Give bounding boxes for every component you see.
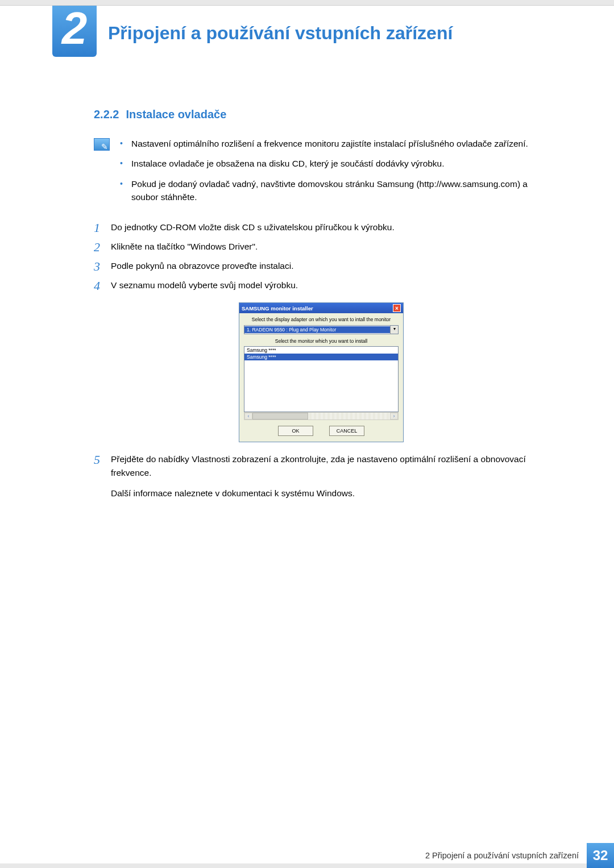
- step-text: Přejděte do nabídky Vlastnosti zobrazení…: [111, 454, 526, 477]
- note-item: Pokud je dodaný ovladač vadný, navštivte…: [120, 177, 549, 204]
- note-block: Nastavení optimálního rozlišení a frekve…: [94, 137, 549, 210]
- steps-list-continued: 5Přejděte do nabídky Vlastnosti zobrazen…: [94, 452, 549, 480]
- horizontal-scrollbar[interactable]: ‹ ›: [244, 412, 399, 420]
- step-number: 4: [94, 276, 100, 296]
- step-item: 4V seznamu modelů vyberte svůj model výr…: [94, 279, 549, 292]
- scroll-track[interactable]: [252, 413, 390, 420]
- dialog-title-text: SAMSUNG monitor installer: [242, 305, 313, 312]
- step-number: 3: [94, 257, 100, 276]
- installer-dialog: SAMSUNG monitor installer × Select the d…: [239, 302, 404, 442]
- adapter-select[interactable]: 1. RADEON 9550 : Plug and Play Monitor ▾: [244, 325, 399, 334]
- note-item: Nastavení optimálního rozlišení a frekve…: [120, 137, 549, 150]
- steps-list: 1Do jednotky CD-ROM vložte disk CD s uži…: [94, 221, 549, 292]
- step-item: 5Přejděte do nabídky Vlastnosti zobrazen…: [94, 452, 549, 480]
- dialog-button-row: OK CANCEL: [244, 426, 399, 436]
- step-item: 1Do jednotky CD-ROM vložte disk CD s uži…: [94, 221, 549, 234]
- step-5-extra-text: Další informace naleznete v dokumentaci …: [94, 487, 549, 500]
- chapter-number-badge: 2: [52, 6, 97, 57]
- scroll-thumb[interactable]: [252, 413, 308, 420]
- footer-stripe: [0, 863, 587, 868]
- section-title: Instalace ovladače: [126, 108, 226, 121]
- dialog-body: Select the display adapter on which you …: [239, 313, 403, 442]
- scroll-right-icon[interactable]: ›: [390, 413, 398, 420]
- step-text: Do jednotky CD-ROM vložte disk CD s uživ…: [111, 222, 395, 232]
- section-heading: 2.2.2Instalace ovladače: [94, 108, 549, 121]
- page-content: 2.2.2Instalace ovladače Nastavení optimá…: [94, 108, 549, 500]
- section-number: 2.2.2: [94, 108, 119, 121]
- note-pencil-icon: [94, 138, 110, 151]
- scroll-left-icon[interactable]: ‹: [244, 413, 252, 420]
- installer-dialog-screenshot: SAMSUNG monitor installer × Select the d…: [239, 302, 404, 442]
- list-item[interactable]: Samsung ****: [244, 354, 398, 360]
- dialog-titlebar: SAMSUNG monitor installer ×: [239, 303, 403, 313]
- footer-page-number: 32: [587, 843, 614, 868]
- note-item: Instalace ovladače je obsažena na disku …: [120, 157, 549, 170]
- step-number: 2: [94, 238, 100, 257]
- step-text: Podle pokynů na obrazovce proveďte insta…: [111, 261, 293, 271]
- chapter-title: Připojení a používání vstupních zařízení: [108, 23, 453, 44]
- adapter-label: Select the display adapter on which you …: [244, 317, 399, 322]
- top-stripe: [0, 0, 614, 6]
- note-list: Nastavení optimálního rozlišení a frekve…: [120, 137, 549, 210]
- chevron-down-icon[interactable]: ▾: [390, 326, 398, 334]
- step-item: 3Podle pokynů na obrazovce proveďte inst…: [94, 259, 549, 273]
- step-number: 5: [94, 450, 100, 470]
- ok-button[interactable]: OK: [278, 426, 313, 436]
- close-icon[interactable]: ×: [393, 304, 401, 312]
- footer-chapter-label: 2 Připojení a používání vstupních zaříze…: [425, 851, 587, 860]
- monitor-label: Select the monitor which you want to ins…: [244, 338, 399, 344]
- adapter-selected-value: 1. RADEON 9550 : Plug and Play Monitor: [244, 326, 390, 333]
- step-text: V seznamu modelů vyberte svůj model výro…: [111, 280, 298, 290]
- monitor-list[interactable]: Samsung **** Samsung ****: [244, 346, 399, 412]
- step-text: Klikněte na tlačítko "Windows Driver".: [111, 242, 258, 251]
- step-number: 1: [94, 218, 100, 238]
- cancel-button[interactable]: CANCEL: [329, 426, 364, 436]
- step-item: 2Klikněte na tlačítko "Windows Driver".: [94, 240, 549, 254]
- page-footer: 2 Připojení a používání vstupních zaříze…: [0, 843, 614, 868]
- list-item[interactable]: Samsung ****: [244, 347, 398, 354]
